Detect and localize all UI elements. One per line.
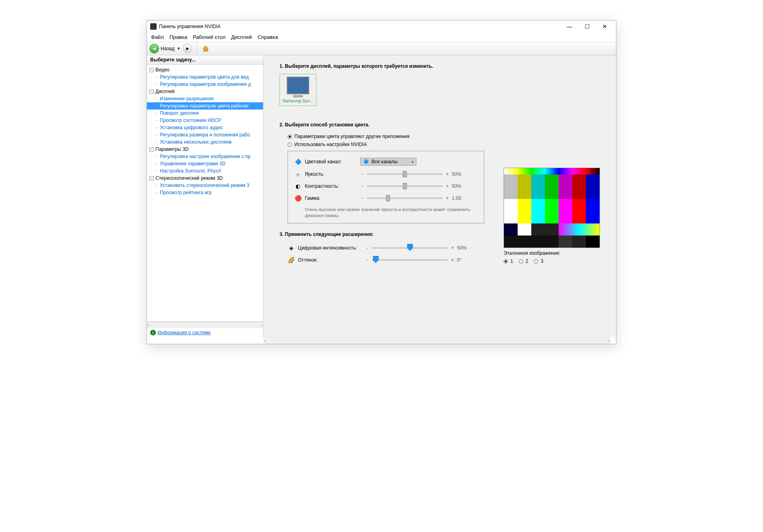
tree-group-Стереоскопический режим 3D[interactable]: −Стереоскопический режим 3D — [147, 175, 263, 182]
ref-radio-3[interactable]: 3 — [534, 258, 543, 264]
menu-file[interactable]: Файл — [151, 34, 164, 40]
main-panel: 1. Выберите дисплей, параметры которого … — [263, 55, 616, 337]
window-title: Панель управления NVIDIA — [159, 24, 561, 29]
contrast-slider[interactable] — [367, 185, 443, 187]
radio-other-label: Параметрами цвета управляют другие прило… — [294, 134, 410, 139]
radio-other-apps[interactable]: Параметрами цвета управляют другие прило… — [279, 132, 600, 140]
hue-plus: + — [451, 257, 455, 263]
toolbar-separator — [196, 44, 197, 53]
reference-label: Эталонное изображение: — [504, 250, 600, 256]
tree-leaf[interactable]: Регулировка параметров изображения д — [147, 81, 263, 88]
contrast-plus: + — [445, 183, 449, 189]
toolbar: ◄ Назад ▼ ► — [147, 42, 616, 55]
tree-leaf[interactable]: Просмотр состояния HDCP — [147, 117, 263, 124]
menu-desktop[interactable]: Рабочий стол — [193, 34, 226, 40]
gamma-label: Гамма: — [305, 195, 357, 201]
tree-collapse-icon: − — [149, 147, 154, 152]
tree-leaf[interactable]: Регулировка настроек изображения с пр — [147, 153, 263, 160]
sysinfo-label: Информация о системе — [157, 330, 210, 335]
main-vscroll[interactable] — [609, 55, 616, 337]
channel-value: Все каналы — [371, 159, 398, 164]
menu-display[interactable]: Дисплей — [231, 34, 252, 40]
tree-group-Видео[interactable]: −Видео — [147, 66, 263, 73]
hue-icon: 🌈 — [288, 256, 295, 264]
contrast-label: Контрастность: — [305, 183, 357, 189]
svg-marker-0 — [203, 46, 208, 51]
radio-dot-selected — [288, 134, 292, 139]
brightness-slider[interactable] — [367, 173, 443, 175]
vibrance-value: 50% — [457, 245, 472, 251]
info-icon: i — [150, 330, 156, 335]
vibrance-slider[interactable] — [372, 247, 448, 249]
tree-leaf[interactable]: Изменение разрешения — [147, 95, 263, 102]
tree-collapse-icon: − — [149, 176, 154, 181]
tree-leaf[interactable]: Установка нескольких дисплеев — [147, 138, 263, 146]
forward-button[interactable]: ► — [183, 44, 192, 53]
brightness-minus: - — [360, 171, 364, 177]
sidebar-hscroll[interactable]: ‹› — [147, 322, 263, 328]
tree-leaf[interactable]: Регулировка параметров цвета рабочег — [147, 102, 263, 110]
display-label: Samsung Syn... — [282, 98, 314, 103]
contrast-minus: - — [360, 183, 364, 189]
tree-leaf[interactable]: Просмотр рейтинга игр — [147, 189, 263, 196]
vibrance-label: Цифровая интенсивность: — [298, 245, 362, 251]
radio-nvidia[interactable]: Использовать настройки NVIDIA — [279, 140, 600, 148]
hue-label: Оттенок: — [298, 257, 362, 263]
gamma-value: 1.00 — [452, 195, 467, 201]
gamma-icon: 🔴 — [294, 195, 302, 202]
minimize-button[interactable]: ― — [561, 22, 577, 31]
step2-title: 2. Выберите способ установки цвета. — [279, 122, 600, 128]
gamma-hint: Очень высокое или низкое значение яркост… — [294, 204, 477, 219]
contrast-value: 50% — [452, 183, 467, 189]
tree-leaf[interactable]: Регулировка параметров цвета для вид — [147, 73, 263, 81]
menu-edit[interactable]: Правка — [169, 34, 187, 40]
channel-dropdown[interactable]: 🔷 Все каналы — [360, 158, 416, 166]
vibrance-minus: - — [365, 245, 369, 251]
reference-panel: Эталонное изображение: 1 2 3 — [504, 168, 600, 264]
titlebar: Панель управления NVIDIA ― ☐ ✕ — [147, 20, 616, 32]
brightness-icon: ☼ — [294, 171, 302, 178]
tree-leaf[interactable]: Настройка Surround, PhysX — [147, 167, 263, 175]
channel-icon: 🔷 — [294, 158, 302, 165]
tree-leaf[interactable]: Управление параметрами 3D — [147, 160, 263, 167]
gamma-slider[interactable] — [367, 197, 443, 199]
back-label[interactable]: Назад — [161, 46, 174, 51]
hue-value: 0° — [457, 257, 472, 263]
back-button[interactable]: ◄ — [149, 44, 159, 53]
resize-grip[interactable]: ⋰ — [610, 338, 616, 344]
radio-dot-unselected — [288, 142, 292, 147]
menubar: Файл Правка Рабочий стол Дисплей Справка — [147, 32, 616, 42]
system-info-link[interactable]: i Информация о системе — [147, 328, 263, 337]
tree-leaf[interactable]: Поворот дисплея — [147, 110, 263, 117]
tree-group-Параметры 3D[interactable]: −Параметры 3D — [147, 146, 263, 153]
color-settings-panel: 🔷 Цветовой канал: 🔷 Все каналы ☼ Яркость… — [288, 151, 484, 223]
vibrance-icon: ◈ — [288, 244, 295, 252]
tree-leaf[interactable]: Установить стереоскопический режим 3 — [147, 182, 263, 189]
channel-label: Цветовой канал: — [305, 159, 357, 164]
display-thumbnail[interactable]: Samsung Syn... — [279, 74, 316, 106]
tree-leaf[interactable]: Установка цифрового аудио — [147, 124, 263, 131]
ref-radio-1[interactable]: 1 — [504, 258, 513, 264]
back-dropdown[interactable]: ▼ — [176, 47, 181, 51]
reference-image — [504, 168, 600, 248]
menu-help[interactable]: Справка — [257, 34, 278, 40]
hue-minus: - — [365, 257, 369, 263]
home-button[interactable] — [201, 44, 210, 53]
main-hscroll[interactable]: ‹› — [263, 337, 610, 344]
vibrance-plus: + — [451, 245, 455, 251]
app-window: Панель управления NVIDIA ― ☐ ✕ Файл Прав… — [147, 20, 616, 344]
hue-slider[interactable] — [372, 259, 448, 261]
ref-radio-2[interactable]: 2 — [519, 258, 528, 264]
brightness-plus: + — [445, 171, 449, 177]
task-tree[interactable]: −ВидеоРегулировка параметров цвета для в… — [147, 65, 263, 322]
maximize-button[interactable]: ☐ — [579, 22, 595, 31]
home-icon — [202, 45, 210, 53]
brightness-label: Яркость: — [305, 171, 357, 177]
tree-leaf[interactable]: Регулировка размера и положения рабо — [147, 131, 263, 138]
gamma-minus: - — [360, 195, 364, 201]
close-button[interactable]: ✕ — [597, 22, 613, 31]
gamma-plus: + — [445, 195, 449, 201]
radio-nvidia-label: Использовать настройки NVIDIA — [294, 142, 367, 147]
tree-collapse-icon: − — [149, 68, 154, 72]
tree-group-Дисплей[interactable]: −Дисплей — [147, 88, 263, 95]
